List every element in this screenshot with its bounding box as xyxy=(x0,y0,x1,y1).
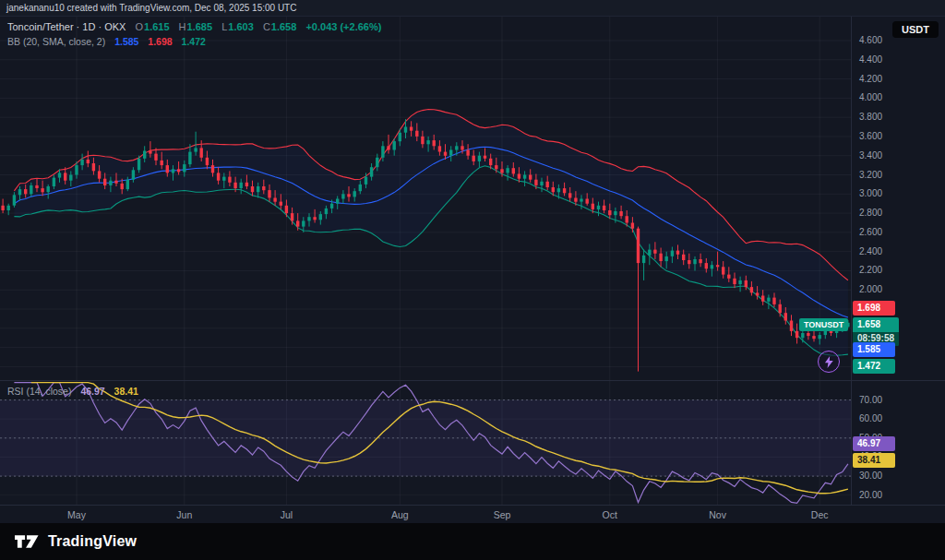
bollinger-legend[interactable]: BB (20, SMA, close, 2) 1.585 1.698 1.472 xyxy=(7,36,206,47)
time-tick-label: Jul xyxy=(281,509,293,520)
price-tick-label: 4.000 xyxy=(859,92,882,102)
price-tick-label: 2.000 xyxy=(859,284,882,294)
bollinger-label: BB (20, SMA, close, 2) xyxy=(7,36,105,47)
rsi-value-badge: 46.97 xyxy=(853,436,895,451)
ohlc-low-value: 1.603 xyxy=(228,21,254,32)
price-tick-label: 4.400 xyxy=(859,54,882,65)
rsi-value: 46.97 xyxy=(80,386,104,397)
price-scale[interactable]: 4.6004.4004.2004.0003.8003.6003.4003.200… xyxy=(851,17,945,505)
time-tick-label: Oct xyxy=(603,509,617,520)
symbol-title: Toncoin/Tether · 1D · OKX xyxy=(7,21,126,32)
price-tick-label: 2.800 xyxy=(859,208,882,218)
price-tick-label: 3.800 xyxy=(859,112,882,122)
ohlc-open-value: 1.615 xyxy=(144,21,170,32)
boost-button[interactable] xyxy=(818,351,840,373)
main-price-chart[interactable] xyxy=(0,17,851,381)
attribution-text: janekananu10 created with TradingView.co… xyxy=(6,3,296,13)
bollinger-basis-value: 1.585 xyxy=(114,36,138,47)
price-level-badge: 1.698 xyxy=(853,301,895,316)
time-tick-label: Nov xyxy=(709,509,726,520)
time-scale[interactable]: MayJunJulAugSepOctNovDec xyxy=(0,505,945,523)
tradingview-snapshot: janekananu10 created with TradingView.co… xyxy=(0,0,945,560)
ohlc-high-value: 1.685 xyxy=(187,21,213,32)
attribution-bar: janekananu10 created with TradingView.co… xyxy=(0,0,945,17)
chart-area: Toncoin/Tether · 1D · OKX O1.615 H1.685 … xyxy=(0,17,945,523)
currency-toggle-badge[interactable]: USDT xyxy=(892,21,939,38)
ohlc-open-label: O xyxy=(135,21,143,32)
price-level-badge: 1.472 xyxy=(853,359,895,374)
price-tick-label: 3.200 xyxy=(859,170,882,180)
bollinger-lower-value: 1.472 xyxy=(182,36,206,47)
ohlc-low-label: L xyxy=(221,21,227,32)
ohlc-close-value: 1.658 xyxy=(271,21,297,32)
rsi-legend[interactable]: RSI (14, close) 46.97 38.41 xyxy=(7,386,138,397)
pane-divider[interactable] xyxy=(0,380,945,381)
rsi-tick-label: 20.00 xyxy=(859,490,882,500)
rsi-label: RSI (14, close) xyxy=(7,386,71,397)
rsi-tick-label: 30.00 xyxy=(859,471,882,481)
tradingview-wordmark[interactable]: TradingView xyxy=(48,533,137,550)
rsi-tick-label: 70.00 xyxy=(859,395,882,405)
price-tick-label: 2.400 xyxy=(859,246,882,256)
bollinger-upper-value: 1.698 xyxy=(148,36,172,47)
price-tick-label: 2.200 xyxy=(859,265,882,275)
tradingview-logo-icon[interactable] xyxy=(15,533,40,550)
time-tick-label: Aug xyxy=(391,509,409,520)
time-tick-label: Dec xyxy=(811,509,829,520)
price-tick-label: 2.600 xyxy=(859,227,882,237)
time-tick-label: Sep xyxy=(494,509,511,520)
price-tick-label: 3.400 xyxy=(859,150,882,161)
symbol-legend[interactable]: Toncoin/Tether · 1D · OKX O1.615 H1.685 … xyxy=(7,21,381,32)
symbol-name-tag: TONUSDT xyxy=(799,318,848,331)
ohlc-close-label: C xyxy=(263,21,270,32)
price-tick-label: 3.000 xyxy=(859,188,882,198)
rsi-value-badge: 38.41 xyxy=(853,453,895,468)
rsi-tick-label: 60.00 xyxy=(859,413,882,423)
price-tick-label: 4.600 xyxy=(859,35,882,45)
change-value: +0.043 (+2.66%) xyxy=(305,21,381,32)
lightning-icon xyxy=(823,355,835,369)
last-price-value: 1.658 xyxy=(853,317,899,332)
time-tick-label: Jun xyxy=(176,509,192,520)
price-level-badge: 1.585 xyxy=(853,342,895,357)
rsi-ma-value: 38.41 xyxy=(114,386,138,397)
rsi-indicator-chart[interactable] xyxy=(0,381,851,505)
price-tick-label: 4.200 xyxy=(859,74,882,84)
footer-bar: TradingView xyxy=(0,523,945,560)
price-tick-label: 3.600 xyxy=(859,131,882,141)
ohlc-high-label: H xyxy=(179,21,186,32)
last-price-badge: 1.65808:59:58 xyxy=(853,317,899,346)
time-tick-label: May xyxy=(67,509,86,520)
